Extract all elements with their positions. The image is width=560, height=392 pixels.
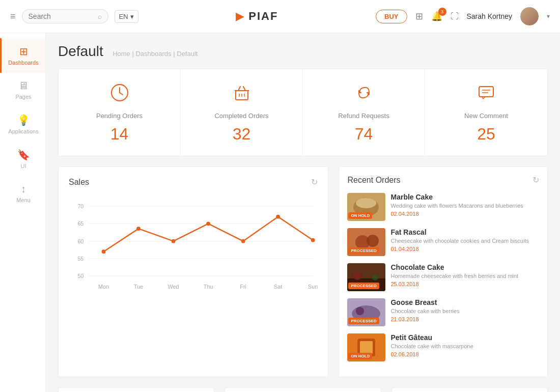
user-name: Sarah Kortney	[467, 12, 513, 20]
svg-text:50: 50	[77, 273, 83, 279]
search-icon: ⌕	[98, 12, 102, 20]
svg-text:Sun: Sun	[308, 284, 318, 290]
order-info: Petit Gâteau Chocolate cake with mascarp…	[390, 333, 539, 357]
clock-icon	[108, 81, 131, 107]
svg-point-33	[311, 238, 315, 242]
user-dropdown-icon[interactable]: ▾	[547, 13, 550, 20]
svg-text:Mon: Mon	[98, 284, 109, 290]
stat-card-comment: New Comment 25	[425, 69, 547, 156]
page-header: Default Home | Dashboards | Default	[58, 43, 548, 60]
breadcrumb: Home | Dashboards | Default	[113, 50, 198, 58]
svg-rect-7	[479, 87, 493, 97]
expand-icon[interactable]: ⛶	[451, 12, 459, 21]
comment-icon	[475, 81, 497, 107]
status-badge-processed: PROCESSED	[348, 283, 379, 289]
recent-orders-title: Recent Orders	[347, 176, 400, 185]
buy-button[interactable]: BUY	[376, 10, 407, 23]
order-desc: Chocolate cake with mascarpone	[390, 343, 539, 350]
ui-icon: 🔖	[17, 149, 30, 161]
basket-icon	[231, 81, 253, 107]
chart-area: 70 65 60 55 50 Mon Tue Wed Thu Fri Sat S…	[69, 195, 318, 317]
page-title: Default	[58, 43, 103, 59]
svg-point-36	[356, 198, 376, 208]
sidebar-item-applications[interactable]: 💡 Applications	[0, 107, 45, 142]
sales-title: Sales	[69, 178, 89, 187]
status-badge-processed: PROCESSED	[348, 318, 379, 324]
svg-point-30	[206, 221, 210, 226]
language-selector[interactable]: EN ▾	[115, 10, 138, 23]
svg-point-27	[102, 249, 106, 254]
order-date: 25.03.2018	[390, 281, 539, 287]
sidebar-item-ui[interactable]: 🔖 UI	[0, 142, 45, 176]
recent-orders-card: Recent Orders ↻ ON HOLD Marble Cak	[339, 166, 548, 377]
tickets-card: Tickets Mayra Sibley 09.08.2018 - 12:45	[391, 387, 548, 392]
breadcrumb-default: Default	[177, 50, 198, 58]
svg-text:Tue: Tue	[134, 284, 143, 290]
stat-value-comment: 25	[477, 125, 495, 144]
sidebar-item-pages[interactable]: 🖥 Pages	[0, 73, 45, 107]
product-categories-card: Product Categories	[58, 387, 214, 392]
logo-text: PIAF	[248, 10, 278, 23]
order-image-fat-rascal: PROCESSED	[347, 228, 385, 256]
logs-card: Logs New user registration 14:12 New sal…	[225, 387, 381, 392]
pages-icon: 🖥	[18, 80, 29, 92]
svg-point-42	[353, 272, 361, 280]
stat-card-completed: Completed Orders 32	[181, 69, 303, 156]
topnav-left: ≡ ⌕ EN ▾	[10, 9, 138, 23]
svg-point-32	[276, 215, 280, 219]
stat-value-refund: 74	[355, 125, 373, 144]
stat-label-completed: Completed Orders	[214, 112, 268, 120]
topnav-right: BUY ⊞ 🔔 3 ⛶ Sarah Kortney ▾	[376, 7, 550, 25]
order-date: 21.03.2018	[390, 316, 539, 322]
svg-point-39	[367, 235, 379, 247]
sidebar: ⊞ Dashboards 🖥 Pages 💡 Applications 🔖 UI…	[0, 33, 46, 392]
order-name: Goose Breast	[390, 298, 539, 306]
applications-icon: 💡	[17, 114, 30, 126]
order-date: 01.04.2018	[390, 246, 539, 252]
svg-text:Sat: Sat	[274, 284, 282, 290]
order-name: Marble Cake	[390, 193, 539, 201]
order-item: PROCESSED Goose Breast Chocolate cake wi…	[347, 298, 539, 326]
grid-icon[interactable]: ⊞	[415, 11, 423, 22]
topnav-center: ▶ PIAF	[138, 10, 376, 23]
chevron-down-icon: ▾	[130, 13, 134, 20]
svg-text:70: 70	[77, 203, 83, 209]
order-info: Chocolate Cake Homemade cheesecake with …	[390, 263, 539, 287]
sidebar-item-dashboards[interactable]: ⊞ Dashboards	[0, 38, 45, 73]
svg-point-28	[136, 227, 141, 231]
sidebar-item-menu[interactable]: ↕ Menu	[0, 176, 45, 210]
stat-value-pending: 14	[110, 125, 129, 144]
topnav: ≡ ⌕ EN ▾ ▶ PIAF BUY ⊞ 🔔 3 ⛶ Sarah Kortne…	[0, 0, 560, 33]
notifications-button[interactable]: 🔔 3	[431, 11, 442, 22]
refresh-icon[interactable]: ↻	[311, 177, 318, 187]
refund-icon	[353, 81, 375, 107]
svg-text:65: 65	[77, 220, 83, 227]
order-item: PROCESSED Fat Rascal Cheesecake with cho…	[347, 228, 539, 256]
hamburger-icon[interactable]: ≡	[10, 11, 16, 22]
svg-text:60: 60	[77, 238, 83, 244]
stat-value-completed: 32	[233, 125, 251, 144]
notif-badge: 3	[438, 8, 446, 16]
sales-card: Sales ↻ 70 65 60 55	[58, 166, 328, 377]
order-desc: Homemade cheesecake with fresh berries a…	[390, 272, 539, 279]
recent-orders-refresh-icon[interactable]: ↻	[533, 175, 539, 185]
avatar[interactable]	[520, 7, 539, 25]
stat-cards: Pending Orders 14 Completed Orde	[58, 69, 548, 156]
stat-label-comment: New Comment	[464, 112, 508, 120]
svg-point-43	[372, 274, 378, 281]
recent-orders-header: Recent Orders ↻	[347, 175, 539, 185]
svg-text:Thu: Thu	[204, 284, 213, 290]
content: Default Home | Dashboards | Default	[46, 33, 560, 392]
order-info: Marble Cake Wedding cake with flowers Ma…	[390, 193, 539, 217]
breadcrumb-home[interactable]: Home	[113, 50, 130, 58]
svg-text:55: 55	[77, 256, 83, 262]
menu-icon: ↕	[21, 183, 26, 195]
bottom-row: Sales ↻ 70 65 60 55	[58, 166, 548, 377]
svg-line-2	[120, 93, 123, 95]
search-input[interactable]	[29, 12, 95, 20]
stat-card-refund: Refund Requests 74	[303, 69, 425, 156]
order-image-marble-cake: ON HOLD	[347, 193, 385, 221]
breadcrumb-dashboards[interactable]: Dashboards	[135, 50, 171, 58]
order-item: ON HOLD Marble Cake Wedding cake with fl…	[347, 193, 539, 221]
svg-text:Wed: Wed	[168, 284, 179, 290]
